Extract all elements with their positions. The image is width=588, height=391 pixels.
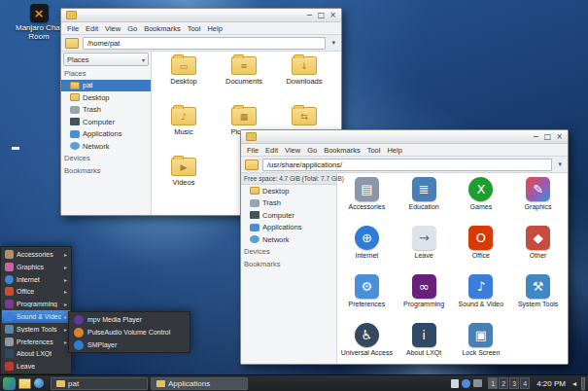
menu-item-icon: [5, 300, 14, 308]
tray-volume-icon[interactable]: [473, 379, 482, 387]
sidebar-item[interactable]: pat: [61, 80, 151, 92]
application-item[interactable]: i About LXQt: [396, 320, 453, 369]
path-bar[interactable]: /home/pat: [83, 37, 326, 50]
sidebar-item[interactable]: Computer: [61, 116, 151, 128]
taskbar-window-button[interactable]: Applications: [151, 377, 248, 390]
maximize-button[interactable]: □: [544, 133, 552, 141]
desktop-shortcut-manjaro-chat-room[interactable]: × Manjaro Chat Room: [12, 4, 66, 41]
menubar-item[interactable]: Go: [127, 24, 137, 33]
workspace-button[interactable]: 4: [520, 377, 530, 389]
desktop-background[interactable]: × Manjaro Chat Room − □ × FileEditViewGo…: [0, 0, 588, 391]
menubar-item[interactable]: File: [247, 146, 259, 155]
sidebar-item[interactable]: Desktop: [241, 185, 336, 197]
applications-view[interactable]: ▤ Accessories ≣ Education X: [337, 173, 568, 364]
application-item[interactable]: ▤ Accessories: [338, 174, 396, 223]
menubar-item[interactable]: View: [285, 146, 300, 155]
submenu-item[interactable]: PulseAudio Volume Control: [70, 326, 189, 338]
application-item[interactable]: ✎ Graphics: [509, 174, 567, 223]
menubar-item[interactable]: Help: [207, 24, 222, 33]
status-bar: Free space: 4.7 GiB (Total: 7.7 GiB): [241, 173, 336, 185]
sidebar-item[interactable]: Bookmarks: [241, 258, 336, 270]
quicklaunch-browser-icon[interactable]: [34, 378, 44, 388]
file-item[interactable]: ▶ Videos: [154, 155, 214, 205]
file-item[interactable]: ≡ Documents: [214, 53, 274, 104]
menubar-item[interactable]: View: [105, 24, 121, 33]
clock[interactable]: 4:20 PM: [533, 379, 570, 388]
minimize-button[interactable]: −: [533, 133, 539, 141]
menubar-item[interactable]: Edit: [265, 146, 278, 155]
application-item[interactable]: ⚙ Preferences: [338, 271, 396, 320]
sidebar-item[interactable]: Trash: [241, 197, 336, 210]
speaker-icon[interactable]: ◂: [572, 379, 576, 388]
close-button[interactable]: ×: [329, 12, 336, 19]
folder-tool-icon[interactable]: [65, 38, 79, 49]
sidebar-item[interactable]: Devices: [241, 246, 336, 259]
application-item[interactable]: ♿ Universal Access: [338, 320, 396, 369]
application-item[interactable]: X Games: [453, 174, 510, 223]
workspace-button[interactable]: 3: [509, 377, 519, 389]
close-button[interactable]: ×: [556, 133, 563, 141]
menu-item[interactable]: Programming ▸: [2, 298, 70, 310]
application-item[interactable]: ⚒ System Tools: [509, 271, 567, 320]
places-combo[interactable]: Places ▾: [63, 53, 149, 66]
maximize-button[interactable]: □: [318, 12, 326, 19]
quicklaunch-filemanager-icon[interactable]: [18, 378, 31, 389]
sidebar-item[interactable]: Network: [61, 140, 151, 153]
menu-item[interactable]: Internet ▸: [2, 273, 70, 286]
show-desktop-button[interactable]: [581, 377, 585, 390]
path-dropdown-icon[interactable]: ▾: [329, 39, 337, 47]
sidebar-item[interactable]: Applications: [241, 222, 336, 234]
application-item[interactable]: ▣ Lock Screen: [453, 320, 510, 369]
path-dropdown-icon[interactable]: ▾: [556, 160, 564, 168]
menu-item[interactable]: Office ▸: [2, 285, 70, 298]
submenu-item[interactable]: mpv Media Player: [70, 313, 189, 326]
menu-item[interactable]: Leave: [2, 360, 70, 373]
folder-tool-icon[interactable]: [245, 160, 259, 170]
titlebar[interactable]: − □ ×: [61, 9, 341, 22]
menu-item[interactable]: Graphics ▸: [2, 261, 70, 273]
file-item[interactable]: ▭ Desktop: [154, 53, 214, 104]
menubar-item[interactable]: Help: [387, 146, 401, 155]
tray-clipboard-icon[interactable]: [451, 379, 459, 388]
application-label: Other: [530, 252, 547, 260]
sidebar-item[interactable]: Computer: [241, 209, 336, 222]
sidebar-item[interactable]: Trash: [61, 104, 151, 117]
sidebar-item-label: Network: [262, 235, 290, 244]
application-item[interactable]: → Leave: [396, 223, 453, 271]
menubar-item[interactable]: Bookmarks: [144, 24, 181, 33]
menubar-item[interactable]: Edit: [86, 24, 98, 33]
application-item[interactable]: O Office: [453, 223, 510, 271]
minimize-button[interactable]: −: [306, 12, 313, 19]
taskbar-window-button[interactable]: pat: [51, 377, 148, 390]
sidebar-item[interactable]: Devices: [61, 153, 151, 165]
file-item[interactable]: ♪ Music: [154, 104, 214, 155]
application-item[interactable]: ♪ Sound & Video: [453, 271, 510, 320]
workspace-button[interactable]: 2: [499, 377, 508, 389]
workspace-button[interactable]: 1: [488, 377, 498, 389]
sidebar-item[interactable]: Applications: [61, 128, 151, 141]
menu-item[interactable]: Accessories ▸: [2, 248, 70, 261]
menu-item[interactable]: Sound & Video ▸: [2, 310, 70, 323]
menubar-item[interactable]: Tool: [367, 146, 381, 155]
tray-network-icon[interactable]: [462, 379, 470, 388]
sidebar-item[interactable]: Bookmarks: [61, 164, 151, 177]
menubar-item[interactable]: Go: [307, 146, 317, 155]
file-item[interactable]: ↓ Downloads: [274, 53, 334, 104]
menubar-item[interactable]: Tool: [188, 24, 201, 33]
application-item[interactable]: ≣ Education: [396, 174, 453, 223]
sidebar-item[interactable]: Places: [61, 67, 151, 80]
menubar-item[interactable]: File: [67, 24, 79, 33]
path-bar[interactable]: /usr/share/applications/: [262, 159, 552, 171]
sidebar-item[interactable]: Desktop: [61, 91, 151, 104]
menu-item[interactable]: About LXQt: [2, 347, 70, 360]
application-item[interactable]: ⊕ Internet: [338, 223, 396, 271]
application-item[interactable]: ∞ Programming: [396, 271, 453, 320]
titlebar[interactable]: − □ ×: [241, 130, 568, 144]
menu-item[interactable]: Preferences ▸: [2, 336, 70, 348]
start-menu-button[interactable]: [3, 377, 16, 390]
menu-item[interactable]: System Tools ▸: [2, 323, 70, 336]
application-item[interactable]: ◆ Other: [509, 223, 567, 271]
menubar-item[interactable]: Bookmarks: [324, 146, 361, 155]
sidebar-item[interactable]: Network: [241, 233, 336, 246]
submenu-item[interactable]: SMPlayer: [70, 338, 189, 351]
